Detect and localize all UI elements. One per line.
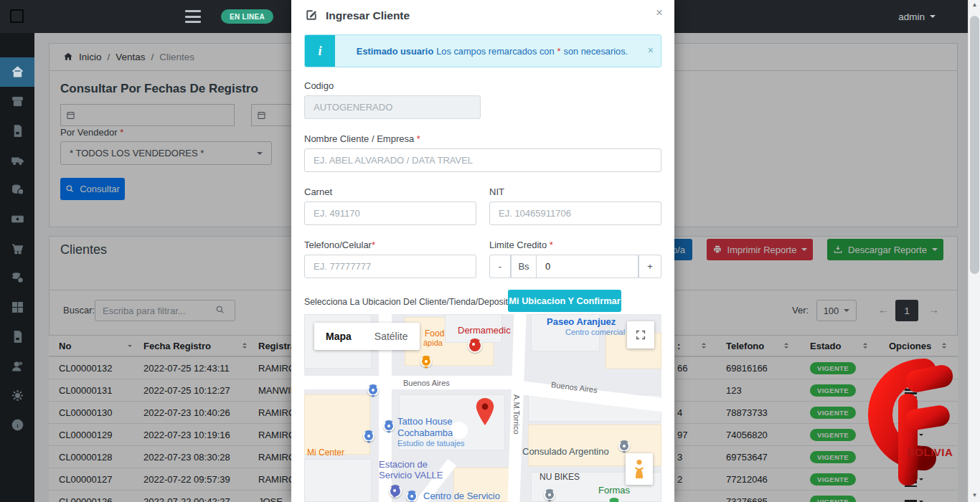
scroll-up-arrow[interactable]: ▲ [969, 1, 980, 8]
users-icon [10, 359, 25, 374]
map-label: Servicio VALLE [379, 470, 443, 480]
hamburger-menu-icon[interactable] [185, 10, 201, 23]
location-map[interactable]: Paseo Aranjuez Centro comercial Dermamed… [304, 314, 661, 502]
gear-icon [10, 388, 25, 403]
map-label: Tattoo House [397, 416, 453, 427]
carnet-label: Carnet [304, 186, 332, 197]
info-alert: i Estimado usuario Los campos remarcados… [304, 34, 661, 67]
home-icon [10, 65, 25, 80]
consulate-poi-marker [618, 440, 630, 452]
tattoo-poi-marker [383, 420, 395, 432]
telefono-field[interactable] [304, 255, 476, 278]
service-center-poi-marker [406, 491, 418, 502]
ingresar-cliente-modal: Ingresar Cliente × i Estimado usuario Lo… [291, 0, 674, 502]
nombre-label: Nombre Cliente / Empresa * [304, 133, 420, 144]
satellite-tab[interactable]: Satélite [363, 323, 420, 350]
increment-button[interactable]: + [639, 255, 661, 278]
info-icon [10, 417, 25, 432]
shop-poi-marker [367, 384, 379, 396]
hospital-poi-marker [468, 338, 482, 353]
modal-title: Ingresar Cliente [326, 9, 410, 22]
sidebar-item-home[interactable] [0, 57, 34, 87]
sidebar [0, 33, 34, 502]
cart-icon [10, 241, 25, 256]
map-label: Centro de Servicio [423, 491, 500, 501]
sidebar-item-reports[interactable] [0, 322, 34, 351]
sidebar-item-info[interactable] [0, 410, 34, 440]
fullscreen-icon[interactable] [627, 321, 654, 349]
carnet-field[interactable] [304, 202, 476, 225]
user-name: admin [898, 11, 925, 22]
sidebar-item-sales[interactable] [0, 234, 34, 263]
close-icon[interactable]: × [656, 6, 663, 20]
archive-box-icon [10, 94, 25, 109]
map-tab[interactable]: Mapa [314, 323, 363, 350]
map-label: NU BIKES [540, 472, 580, 482]
sidebar-item-truck[interactable] [0, 146, 34, 175]
telefono-label: Telefono/Celular* [304, 240, 375, 250]
coins-icon [10, 182, 25, 197]
map-label: Formas [598, 485, 630, 496]
location-label: Selecciona La Ubicacion Del Cliente/Tien… [304, 297, 513, 307]
sidebar-item-credits[interactable] [0, 263, 34, 293]
sidebar-item-archive[interactable] [0, 87, 34, 116]
currency-addon: Bs [511, 255, 537, 278]
map-label: Consulado Argentino [522, 446, 609, 457]
map-label: Centro comercial [565, 328, 625, 336]
street-label: A.M.Torrico [512, 394, 521, 435]
gas-station-poi-marker [389, 485, 402, 498]
codigo-field [304, 95, 481, 119]
nit-field[interactable] [489, 202, 661, 225]
map-label: Dermamedic [458, 325, 511, 336]
bike-shop-poi-marker [544, 489, 555, 501]
nombre-field[interactable] [304, 148, 661, 172]
chevron-down-icon [930, 15, 936, 21]
location-pin-icon[interactable] [475, 397, 495, 426]
pegman-icon[interactable] [626, 453, 653, 485]
my-location-confirm-button[interactable]: Mi Ubicacion Y Confirmar [508, 290, 621, 312]
coins-stack-icon [10, 270, 25, 285]
sidebar-item-modules[interactable] [0, 293, 34, 322]
grid-icon [10, 300, 25, 315]
alert-close-icon[interactable]: × [648, 44, 654, 56]
edit-icon [304, 8, 319, 22]
street-label: Buenos Aires [403, 379, 450, 387]
invoice-icon [10, 123, 25, 138]
map-label: Food [425, 328, 444, 338]
map-type-control: Mapa Satélite [314, 323, 420, 350]
document-icon [10, 329, 25, 344]
codigo-label: Codigo [304, 80, 334, 91]
sidebar-item-cash[interactable] [0, 204, 34, 234]
shop-poi-marker [363, 430, 374, 442]
page-scrollbar[interactable]: ▲ ▼ [968, 0, 980, 502]
scrollbar-thumb[interactable] [970, 16, 979, 274]
roundabout [451, 422, 468, 439]
map-label: Cochabamba [397, 427, 453, 438]
limite-credito-label: Limite Credito * [489, 240, 553, 250]
sidebar-item-coins[interactable] [0, 175, 34, 204]
map-label: Mi Center [307, 447, 344, 458]
scroll-down-arrow[interactable]: ▼ [969, 492, 980, 498]
map-label: Paseo Aranjuez [547, 316, 616, 327]
status-badge: EN LINEA [221, 9, 273, 24]
limite-credito-group: - Bs + [489, 255, 661, 278]
nit-label: NIT [489, 186, 504, 197]
sidebar-item-users[interactable] [0, 351, 34, 381]
sidebar-item-invoice[interactable] [0, 116, 34, 146]
brand-logo [10, 9, 24, 23]
decrement-button[interactable]: - [489, 255, 511, 278]
app-screen: EN LINEA admin Inicio / Ventas / Cliente… [0, 0, 980, 502]
banknote-icon [10, 212, 25, 227]
map-label: Estudio de tatuajes [397, 439, 465, 447]
map-label: ápida [423, 338, 443, 347]
truck-icon [10, 153, 25, 168]
map-label: Estacion de [379, 459, 428, 470]
info-icon: i [305, 35, 335, 67]
limite-credito-field[interactable] [537, 255, 639, 278]
user-menu[interactable]: admin [898, 0, 936, 33]
sidebar-item-settings[interactable] [0, 381, 34, 410]
restaurant-poi-marker [420, 356, 432, 367]
